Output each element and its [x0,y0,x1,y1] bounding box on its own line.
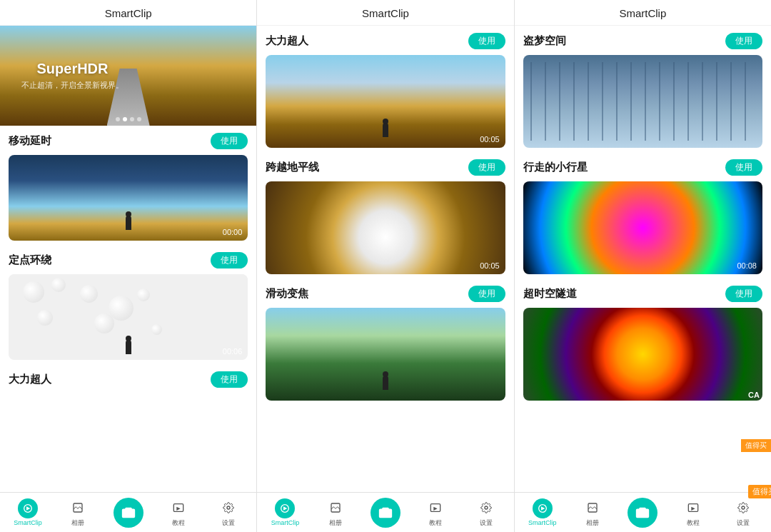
nav-album-label-3: 相册 [586,518,599,528]
album-icon-1 [68,498,88,518]
white-balls-scene [9,274,248,360]
nav-settings-label-2: 设置 [480,518,493,528]
right-item-2-thumb[interactable]: 00:08 [523,181,762,274]
right-item-3-use-btn[interactable]: 使用 [725,286,762,302]
left-item-1-use-btn[interactable]: 使用 [211,133,248,149]
middle-item-3: 滑动变焦 使用 [257,278,513,405]
hero-dot-2[interactable] [123,117,127,121]
nav-album-3[interactable]: 相册 [577,498,608,528]
nav-camera-1[interactable] [113,498,144,528]
hero-dot-4[interactable] [137,117,141,121]
smartclip-icon-1 [18,498,38,518]
left-item-2-duration: 00:06 [223,347,243,356]
nav-tutorial-3[interactable]: 教程 [677,498,709,528]
middle-item-1: 大力超人 使用 00:05 [257,26,513,152]
hero-subtitle: 不止超清，开启全景新视界。 [21,80,124,91]
hero-dots [116,117,141,121]
smartclip-icon-2 [275,498,295,518]
left-item-2-thumb[interactable]: 00:06 [9,274,248,360]
nav-smartclip-2[interactable]: SmartClip [269,498,301,526]
right-panel-header: SmartClip [515,0,771,26]
smartclip-icon-3 [533,498,553,518]
person-silhouette-1 [126,216,131,230]
nav-album-label-1: 相册 [71,518,84,528]
left-panel-header: SmartClip [0,0,256,26]
left-item-1-thumb[interactable]: 00:00 [9,155,248,241]
middle-item-1-title: 大力超人 [266,34,308,48]
right-panel-content: 盗梦空间 使用 行走的小行星 使用 00:08 [515,26,771,492]
svg-point-7 [485,506,488,509]
middle-item-2: 跨越地平线 使用 00:05 [257,152,513,278]
nav-album-1[interactable]: 相册 [62,498,94,528]
middle-panel-content: 大力超人 使用 00:05 跨越地平线 使用 00:05 [257,26,513,492]
ca-text: CA [748,391,760,399]
settings-icon-1 [218,498,238,518]
hero-dot-3[interactable] [130,117,134,121]
tutorial-icon-1 [168,498,188,518]
nav-tutorial-1[interactable]: 教程 [163,498,194,528]
nav-tutorial-label-1: 教程 [172,518,185,528]
nav-smartclip-1[interactable]: SmartClip [12,498,44,526]
right-item-2-use-btn[interactable]: 使用 [725,159,762,176]
camera-btn-1[interactable] [114,498,143,528]
right-item-2: 行走的小行星 使用 00:08 [515,152,771,278]
nav-section-2: SmartClip 相册 教程 设置 [257,493,514,532]
nav-album-label-2: 相册 [329,518,342,528]
person-silhouette-2 [126,340,131,354]
nav-settings-label-1: 设置 [222,518,235,528]
nav-settings-1[interactable]: 设置 [213,498,244,528]
left-item-3-use-btn[interactable]: 使用 [211,371,248,388]
right-item-1-use-btn[interactable]: 使用 [725,33,762,49]
middle-item-3-title: 滑动变焦 [266,287,308,301]
watermark: 值得买 [741,439,771,452]
middle-item-2-use-btn[interactable]: 使用 [468,159,505,176]
right-item-1: 盗梦空间 使用 [515,26,771,152]
watermark-badge: 值得买 [748,485,771,498]
middle-item-3-use-btn[interactable]: 使用 [468,286,505,302]
hero-dot-1[interactable] [116,117,120,121]
right-item-3-title: 超时空隧道 [523,287,577,301]
middle-item-1-duration: 00:05 [480,135,500,144]
camera-btn-3[interactable] [628,498,657,528]
nav-camera-2[interactable] [370,498,401,528]
album-icon-3 [583,498,603,518]
nav-camera-3[interactable] [627,498,658,528]
right-item-1-title: 盗梦空间 [523,34,566,48]
right-item-1-thumb[interactable] [523,55,762,148]
right-item-3: 超时空隧道 使用 CA [515,278,771,405]
nav-settings-label-3: 设置 [737,518,750,528]
left-panel: SmartClip SuperHDR 不止超清，开启全景新视界。 [0,0,257,492]
nav-smartclip-3[interactable]: SmartClip [527,498,558,526]
hero-title: SuperHDR [21,61,124,77]
middle-item-3-thumb[interactable] [266,308,505,401]
right-panel: SmartClip 盗梦空间 使用 行走的小行星 使用 [515,0,771,492]
right-item-3-thumb[interactable]: CA [523,308,762,401]
hero-text: SuperHDR 不止超清，开启全景新视界。 [21,61,124,91]
left-item-2-use-btn[interactable]: 使用 [211,252,248,268]
nav-tutorial-label-2: 教程 [429,518,442,528]
nav-smartclip-label-1: SmartClip [14,519,42,526]
middle-panel-header: SmartClip [257,0,513,26]
left-item-1: 移动延时 使用 00:00 [0,126,256,245]
nav-smartclip-label-2: SmartClip [271,519,300,526]
middle-item-1-use-btn[interactable]: 使用 [468,33,505,49]
tutorial-icon-3 [683,498,703,518]
settings-icon-2 [476,498,496,518]
person-silhouette-3 [383,123,388,137]
nav-settings-3[interactable]: 设置 值得买 [727,498,759,528]
person-silhouette-4 [383,376,388,390]
album-icon-2 [326,498,346,518]
nav-settings-2[interactable]: 设置 [470,498,502,528]
middle-item-2-thumb[interactable]: 00:05 [266,181,505,274]
nav-tutorial-2[interactable]: 教程 [420,498,451,528]
settings-icon-3 [733,498,753,518]
middle-item-1-thumb[interactable]: 00:05 [266,55,505,148]
hero-banner[interactable]: SuperHDR 不止超清，开启全景新视界。 [0,26,256,126]
nav-album-2[interactable]: 相册 [320,498,351,528]
left-item-2: 定点环绕 使用 00:06 [0,245,256,364]
camera-btn-2[interactable] [371,498,400,528]
nav-section-3: SmartClip 相册 教程 设置 值得买 [515,493,771,532]
left-panel-content: SuperHDR 不止超清，开启全景新视界。 移动延时 使用 [0,26,256,492]
tutorial-icon-2 [425,498,445,518]
left-item-3: 大力超人 使用 [0,364,256,398]
